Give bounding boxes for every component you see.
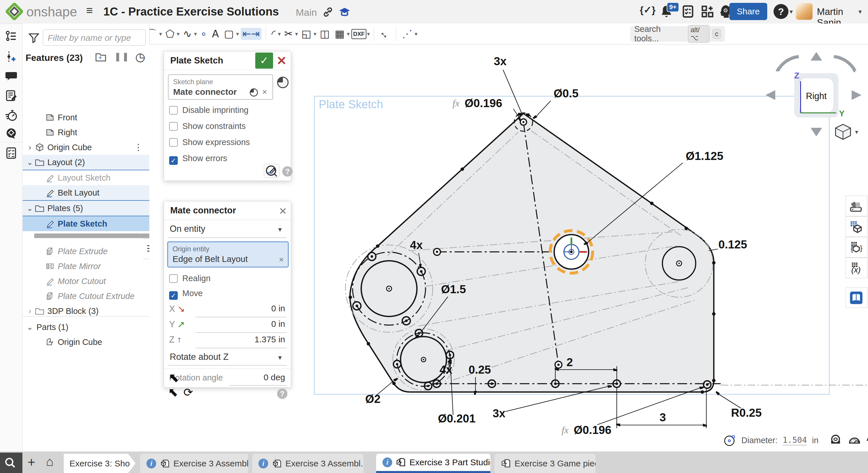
feature-row-plates-folder[interactable]: ⌄ Plates (5) xyxy=(23,201,149,216)
z-offset-value[interactable]: 1.375 in xyxy=(228,334,285,344)
checkbox-show-errors[interactable]: ✓Show errors xyxy=(169,154,227,165)
isometric-cube-button[interactable] xyxy=(836,124,850,139)
trim-tool[interactable]: ✂ xyxy=(282,28,294,40)
variable-studio-button[interactable]: (x) xyxy=(846,258,867,278)
rotation-angle-value[interactable]: 0 deg xyxy=(228,373,285,382)
document-title[interactable]: 1C - Practice Exercise Solutions xyxy=(103,5,279,18)
tab-exercise-3-game-piece[interactable]: Exercise 3 Game piece xyxy=(494,454,595,473)
import-dxf-tool[interactable]: DXF xyxy=(351,29,366,39)
rotate-axis-dropdown[interactable]: Rotate about Z xyxy=(170,352,228,362)
history-clock-icon[interactable]: ◷ xyxy=(135,50,145,63)
measure-tool[interactable]: ↔ xyxy=(376,25,394,43)
protractor-icon[interactable] xyxy=(848,434,861,447)
x-offset-value[interactable]: 0 in xyxy=(228,303,285,313)
filter-funnel-icon[interactable] xyxy=(28,32,40,44)
offset-tool[interactable]: ◱ xyxy=(300,28,313,40)
rollback-bar[interactable] xyxy=(34,234,155,238)
feature-script-icon[interactable]: {✓} xyxy=(640,4,655,16)
pattern-tool-caret-icon[interactable]: ▾ xyxy=(347,30,350,37)
flip-axis-icon[interactable]: ⬉ xyxy=(168,370,179,385)
add-tab-button[interactable]: + xyxy=(28,454,35,470)
dimension-tool-active[interactable]: ⇤⇥ xyxy=(241,28,261,40)
close-icon[interactable]: ✕ xyxy=(279,205,287,217)
polygon-tool-caret-icon[interactable]: ▾ xyxy=(177,30,180,37)
tape-measure-icon[interactable] xyxy=(830,434,843,447)
user-menu-caret-icon[interactable]: ▾ xyxy=(859,8,862,16)
info-icon[interactable]: i xyxy=(147,459,156,468)
dropdown-caret-icon[interactable]: ▾ xyxy=(278,226,282,234)
help-caret-icon[interactable]: ▾ xyxy=(789,8,793,16)
feature-row-layout-folder[interactable]: ⌄ Layout (2) xyxy=(23,155,149,170)
collapse-chevron-icon[interactable]: ⌄ xyxy=(26,155,34,170)
share-button[interactable]: Share xyxy=(729,3,767,20)
view-cube[interactable]: Right Z Y ▾ xyxy=(766,52,861,139)
slot-tool-caret-icon[interactable]: ▾ xyxy=(236,30,239,37)
tasks-checklist-icon[interactable] xyxy=(681,5,695,19)
confirm-button[interactable]: ✓ xyxy=(255,53,273,69)
view-menu-caret-icon[interactable]: ▾ xyxy=(855,128,858,136)
help-icon[interactable]: ? xyxy=(277,389,287,399)
plate-outline[interactable] xyxy=(350,113,714,392)
sketch-plane-field[interactable]: Sketch plane Mate connector × xyxy=(168,75,273,100)
dxf-caret-icon[interactable]: ▾ xyxy=(367,30,370,37)
drag-handle-icon[interactable]: ⋮ xyxy=(134,140,143,155)
origin-entity-field[interactable]: Origin entity Edge of Belt Layout × xyxy=(167,241,288,267)
trim-tool-caret-icon[interactable]: ▾ xyxy=(295,30,298,37)
pattern-tool[interactable]: ▦ xyxy=(333,28,346,40)
parts-header-row[interactable]: ⌄ Parts (1) xyxy=(23,320,149,334)
arc-tool-caret-icon[interactable]: ▾ xyxy=(159,30,162,37)
info-icon[interactable]: i xyxy=(382,457,392,467)
clear-field-icon[interactable]: × xyxy=(262,87,267,97)
fillet-tool-caret-icon[interactable]: ▾ xyxy=(278,30,281,37)
cancel-icon[interactable]: ✕ xyxy=(277,54,286,68)
add-folder-icon[interactable] xyxy=(95,51,106,63)
filter-input[interactable]: Filter by name or type xyxy=(43,30,146,46)
info-icon[interactable]: i xyxy=(258,459,268,468)
feature-row-right[interactable]: Right xyxy=(23,125,149,140)
construction-caret-icon[interactable]: ▾ xyxy=(414,30,417,37)
appearance-panel-button[interactable] xyxy=(846,196,867,216)
diameter-value[interactable]: 1.504 xyxy=(783,435,807,445)
y-offset-value[interactable]: 0 in xyxy=(228,319,285,329)
custom-tables-button[interactable] xyxy=(846,216,867,237)
learning-center-button[interactable] xyxy=(846,287,867,308)
tab-exercise-3-shoot[interactable]: Exercise 3: Sho xyxy=(64,454,135,473)
point-tool[interactable]: ∘ xyxy=(199,28,209,40)
polygon-tool[interactable]: ⬠ xyxy=(164,28,176,40)
feature-manager-icon[interactable] xyxy=(5,30,18,43)
checkbox-disable-imprinting[interactable]: Disable imprinting xyxy=(169,106,249,115)
app-store-icon[interactable] xyxy=(701,5,714,19)
text-tool[interactable]: A xyxy=(210,28,220,40)
feature-row-plate-mirror[interactable]: Plate Mirror xyxy=(23,259,149,274)
offset-tool-caret-icon[interactable]: ▾ xyxy=(314,30,316,37)
collapse-chevron-icon[interactable]: ⌄ xyxy=(26,320,34,334)
feature-row-belt-layout[interactable]: Belt Layout xyxy=(23,185,149,201)
tab-search-button[interactable] xyxy=(0,453,22,473)
feature-row-front[interactable]: Front xyxy=(23,110,149,125)
feature-row-motor-cutout[interactable]: Motor Cutout xyxy=(23,274,149,289)
checkbox-show-constraints[interactable]: Show constraints xyxy=(169,121,246,131)
link-icon[interactable] xyxy=(322,6,334,18)
mate-mode-dropdown[interactable]: On entity xyxy=(170,224,205,234)
tab-exercise-3-assembly-2[interactable]: i Exercise 3 Assembl... xyxy=(252,454,364,473)
hamburger-menu-icon[interactable]: ≡ xyxy=(86,4,93,17)
comments-icon[interactable] xyxy=(5,70,18,82)
learning-cap-icon[interactable] xyxy=(338,6,351,19)
slot-tool[interactable]: ▢ xyxy=(222,28,236,40)
spline-tool[interactable]: ∿ xyxy=(182,28,193,40)
mate-connector-toggle-icon[interactable] xyxy=(277,76,289,89)
part-row-origin-cube[interactable]: Origin Cube xyxy=(23,334,149,350)
feature-row-layout-sketch[interactable]: Layout Sketch xyxy=(23,170,149,185)
feature-row-plate-cutout-extrude[interactable]: Plate Cutout Extrude xyxy=(23,289,149,303)
performance-icon[interactable] xyxy=(5,109,18,121)
fillet-tool[interactable]: ◜ xyxy=(270,28,277,40)
avatar[interactable] xyxy=(796,3,813,20)
checkbox-realign[interactable]: Realign xyxy=(169,274,211,283)
mass-properties-icon[interactable] xyxy=(866,434,868,447)
mirror-tool[interactable]: ◫ xyxy=(318,28,331,40)
expand-chevron-icon[interactable]: › xyxy=(26,140,34,155)
spline-tool-caret-icon[interactable]: ▾ xyxy=(194,30,197,37)
dialog-header[interactable]: Mate connector ✕ xyxy=(164,201,291,220)
help-icon[interactable]: ? xyxy=(282,166,292,177)
notes-icon[interactable] xyxy=(5,89,18,102)
